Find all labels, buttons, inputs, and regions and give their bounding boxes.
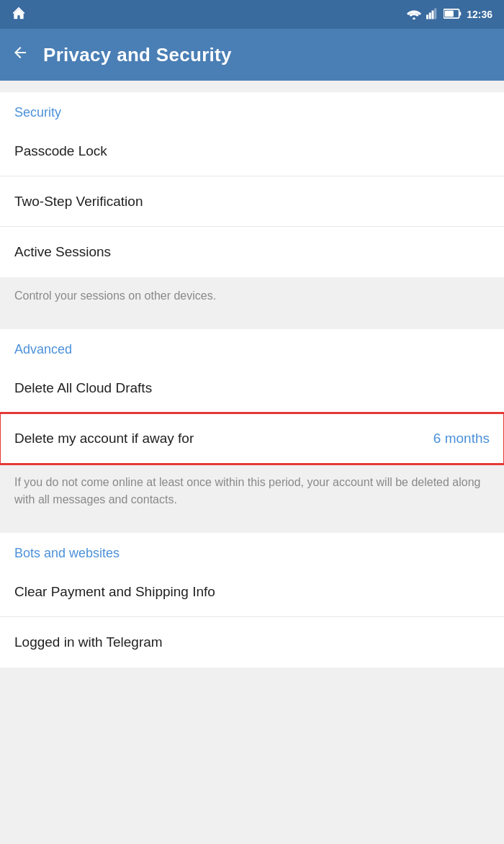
wifi-icon (406, 8, 422, 22)
top-bar: Privacy and Security (0, 29, 504, 81)
delete-cloud-drafts-label: Delete All Cloud Drafts (14, 380, 152, 396)
svg-rect-6 (459, 12, 462, 15)
content-area: Security Passcode Lock Two-Step Verifica… (0, 81, 504, 679)
status-bar: 12:36 (0, 0, 504, 29)
gap-before-security (0, 81, 504, 92)
page-title: Privacy and Security (43, 44, 232, 66)
battery-icon (444, 9, 462, 21)
advanced-section: Advanced Delete All Cloud Drafts Delete … (0, 329, 504, 464)
passcode-lock-label: Passcode Lock (14, 143, 107, 159)
active-sessions-item[interactable]: Active Sessions (0, 227, 504, 277)
clear-payment-label: Clear Payment and Shipping Info (14, 584, 215, 600)
delete-cloud-drafts-item[interactable]: Delete All Cloud Drafts (0, 363, 504, 413)
two-step-verification-label: Two-Step Verification (14, 194, 143, 210)
advanced-description: If you do not come online at least once … (0, 464, 504, 521)
clear-payment-item[interactable]: Clear Payment and Shipping Info (0, 567, 504, 617)
advanced-section-header: Advanced (0, 329, 504, 363)
security-section-header: Security (0, 92, 504, 126)
security-section: Security Passcode Lock Two-Step Verifica… (0, 92, 504, 277)
active-sessions-label: Active Sessions (14, 244, 111, 260)
logged-in-telegram-item[interactable]: Logged in with Telegram (0, 617, 504, 668)
svg-rect-1 (426, 14, 428, 19)
bots-section-header: Bots and websites (0, 533, 504, 567)
time-display: 12:36 (467, 9, 492, 20)
gap-after-bots (0, 668, 504, 679)
status-bar-left-icon (12, 6, 26, 24)
svg-rect-4 (434, 8, 436, 19)
gap-before-bots (0, 521, 504, 533)
bots-section: Bots and websites Clear Payment and Ship… (0, 533, 504, 668)
svg-point-0 (413, 17, 415, 19)
svg-rect-7 (445, 10, 454, 17)
delete-account-item[interactable]: Delete my account if away for 6 months (0, 413, 504, 464)
svg-rect-2 (429, 12, 431, 19)
two-step-verification-item[interactable]: Two-Step Verification (0, 176, 504, 227)
svg-rect-3 (432, 10, 434, 19)
signal-icon (426, 8, 439, 22)
gap-before-advanced (0, 318, 504, 329)
logged-in-telegram-label: Logged in with Telegram (14, 634, 163, 650)
passcode-lock-item[interactable]: Passcode Lock (0, 126, 504, 176)
security-description: Control your sessions on other devices. (0, 277, 504, 318)
back-button[interactable] (12, 44, 29, 66)
delete-account-value: 6 months (433, 431, 490, 446)
status-bar-right-icons: 12:36 (406, 8, 492, 22)
delete-account-label: Delete my account if away for (14, 431, 194, 446)
